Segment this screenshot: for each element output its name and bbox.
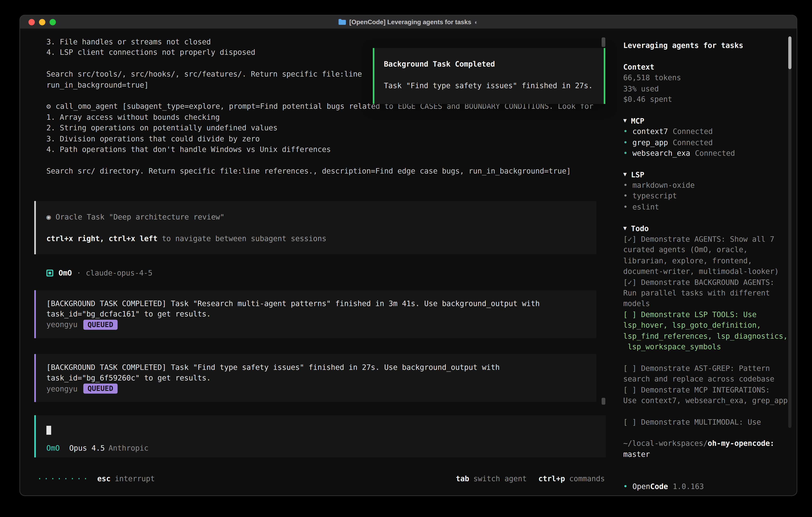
bullet-icon: • [623, 148, 628, 159]
cmd-label: commands [569, 473, 605, 484]
log-line: Search src/ directory. Return specific f… [46, 166, 615, 176]
prompt-input[interactable]: OmO Opus 4.5 Anthropic [34, 415, 606, 457]
commands-hint: ctrl+p commands [538, 473, 605, 484]
todo-line: models [623, 298, 781, 309]
blank-line [623, 212, 781, 223]
blank-line [623, 158, 781, 169]
mcp-item: •context7Connected [623, 126, 781, 137]
terminal-window: [OpenCode] Leveraging agents for tasks ◐… [20, 15, 798, 496]
context-heading: Context [623, 61, 781, 72]
window-titlebar: [OpenCode] Leveraging agents for tasks ◐ [20, 16, 796, 29]
message-author: yeongyu [46, 383, 78, 394]
todo-line: curated agents (OmO, oracle, [623, 245, 781, 255]
session-title: Leveraging agents for tasks [623, 40, 781, 51]
mcp-item: •grep_appConnected [623, 137, 781, 148]
blank-line [384, 70, 604, 80]
status-right: tab switch agent ctrl+p commands [456, 473, 605, 484]
todo-item-pending: [ ] Demonstrate MCP INTEGRATIONS: Use co… [623, 384, 781, 406]
sidebar-scrollbar-track[interactable] [788, 36, 791, 428]
agent-name: OmO [59, 268, 72, 278]
todo-section-header[interactable]: ▼Todo [623, 223, 781, 234]
main-scrollbar-thumb[interactable] [602, 398, 605, 405]
background-task-toast: Background Task Completed Task "Find typ… [373, 48, 605, 104]
mcp-section-header[interactable]: ▼MCP [623, 115, 781, 126]
agent-model: claude-opus-4-5 [86, 268, 152, 278]
blank-line [623, 428, 781, 438]
todo-line: lsp_find_references, lsp_diagnostics, [623, 330, 781, 341]
active-model: Opus 4.5 [69, 442, 105, 453]
git-branch: master [623, 449, 781, 460]
app-name: Open [632, 481, 650, 492]
bullet-icon: • [623, 191, 628, 201]
mcp-name: grep_app [632, 137, 668, 148]
log-line: 1. Array access without bounds checking [46, 112, 615, 123]
todo-line: [ ] Demonstrate MULTIMODAL: Use [623, 417, 781, 428]
session-sidebar: Leveraging agents for tasks Context 66,5… [615, 29, 797, 496]
blank-line [623, 460, 781, 470]
log-line: 4. Path operations that don't handle Win… [46, 144, 615, 155]
todo-line: Use context7, websearch_exa, grep_app [623, 395, 781, 406]
log-line: 2. String operations on potentially unde… [46, 123, 615, 133]
close-button[interactable] [29, 19, 35, 25]
zoom-button[interactable] [50, 19, 56, 25]
agent-square-icon [46, 270, 53, 276]
workspace-path: ~/local-workspaces/oh-my-opencode: [623, 438, 781, 449]
agent-session-header[interactable]: OmO · claude-opus-4-5 [46, 268, 615, 278]
todo-line: librarian, explore, frontend, [623, 255, 781, 266]
blank-line [623, 105, 781, 115]
separator-dot: · [77, 268, 81, 278]
bullet-icon: • [623, 180, 628, 191]
lsp-name: markdown-oxide [632, 180, 695, 191]
lsp-section-header[interactable]: ▼LSP [623, 169, 781, 180]
collapse-triangle-icon: ▼ [623, 115, 627, 126]
oracle-title-line: ◉Oracle Task "Deep architecture review" [46, 212, 596, 222]
traffic-lights [29, 19, 56, 25]
blank-line [623, 352, 781, 363]
blank-line [623, 51, 781, 61]
bullet-icon: • [623, 481, 628, 492]
main-scrollbar-thumb[interactable] [602, 37, 605, 47]
toast-title: Background Task Completed [384, 59, 604, 70]
app-name-bold: Code [650, 481, 668, 492]
background-task-message: [BACKGROUND TASK COMPLETED] Task "Find t… [34, 354, 597, 402]
status-bar: ········ esc interrupt tab switch agent … [37, 473, 605, 484]
esc-key-hint: esc [97, 473, 111, 484]
model-provider: Anthropic [109, 442, 148, 453]
cmd-key: ctrl+p [538, 473, 565, 484]
lsp-name: eslint [632, 201, 659, 212]
esc-key-label: interrupt [115, 473, 155, 484]
model-indicator-line: OmO Opus 4.5 Anthropic [46, 442, 606, 453]
collapse-triangle-icon: ▼ [623, 223, 627, 234]
todo-item-done: [✓] Demonstrate BACKGROUND AGENTS: Run p… [623, 277, 781, 309]
context-tokens: 66,518 tokens [623, 72, 781, 83]
context-used: 33% used [623, 83, 781, 94]
active-agent-name: OmO [46, 442, 60, 453]
bullet-icon: • [623, 201, 628, 212]
chat-transcript-pane: 3. File handles or streams not closed 4.… [20, 29, 615, 496]
message-meta: yeongyu QUEUED [46, 383, 596, 394]
oracle-hint-line: ctrl+x right, ctrl+x left to navigate be… [46, 233, 596, 244]
tab-hint: tab switch agent [456, 473, 527, 484]
mcp-heading: MCP [631, 115, 644, 126]
blank-line [46, 155, 615, 166]
tab-key: tab [456, 473, 469, 484]
todo-line: lsp_workspace_symbols [623, 341, 781, 352]
hint-text: to navigate between subagent sessions [157, 233, 326, 244]
workspace-repo-name: oh-my-opencode: [708, 438, 775, 449]
todo-item-active: [ ] Demonstrate LSP TOOLS: Use lsp_hover… [623, 309, 781, 352]
mcp-status: Connected [695, 148, 735, 159]
mcp-status: Connected [673, 126, 713, 137]
window-title: [OpenCode] Leveraging agents for tasks [349, 18, 471, 26]
todo-item-pending: [ ] Demonstrate AST-GREP: Pattern search… [623, 363, 781, 384]
minimize-button[interactable] [39, 19, 46, 25]
sidebar-scrollbar-thumb[interactable] [788, 36, 791, 69]
bullet-icon: • [623, 137, 628, 148]
hint-keys: ctrl+x right, ctrl+x left [46, 233, 157, 244]
todo-line: [✓] Demonstrate BACKGROUND AGENTS: [623, 277, 781, 288]
bullet-icon: • [623, 126, 628, 137]
message-meta: yeongyu QUEUED [46, 320, 596, 330]
log-line: 3. File handles or streams not closed [46, 36, 615, 47]
mcp-status: Connected [673, 137, 713, 148]
message-author: yeongyu [46, 320, 78, 330]
app-version: 1.0.163 [673, 481, 704, 492]
